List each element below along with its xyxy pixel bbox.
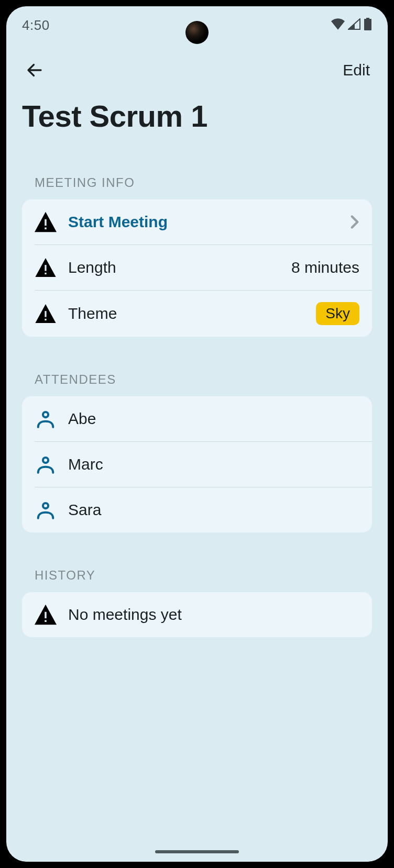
wifi-icon bbox=[331, 18, 345, 32]
meeting-info-card: Start Meeting Length 8 minutes bbox=[22, 199, 372, 337]
svg-rect-3 bbox=[45, 273, 46, 274]
svg-rect-10 bbox=[45, 620, 47, 622]
section-header-attendees: ATTENDEES bbox=[22, 362, 372, 396]
attendee-name: Abe bbox=[68, 410, 359, 428]
section-header-history: HISTORY bbox=[22, 558, 372, 592]
length-value: 8 minutes bbox=[291, 259, 359, 276]
start-meeting-label: Start Meeting bbox=[68, 213, 338, 231]
device-frame: 4:50 bbox=[0, 0, 394, 868]
theme-row: Theme Sky bbox=[35, 290, 372, 337]
warning-icon bbox=[35, 211, 57, 233]
length-label: Length bbox=[68, 259, 280, 276]
history-card: No meetings yet bbox=[22, 592, 372, 637]
arrow-left-icon bbox=[25, 61, 44, 80]
attendee-row: Marc bbox=[35, 441, 372, 487]
person-icon bbox=[35, 408, 57, 430]
attendee-name: Marc bbox=[68, 455, 359, 473]
home-indicator[interactable] bbox=[155, 850, 239, 853]
person-icon bbox=[35, 499, 57, 521]
warning-icon bbox=[35, 604, 57, 626]
length-row: Length 8 minutes bbox=[35, 244, 372, 290]
svg-rect-9 bbox=[45, 612, 47, 618]
svg-rect-1 bbox=[45, 228, 47, 230]
section-header-meeting-info: MEETING INFO bbox=[22, 165, 372, 199]
screen: 4:50 bbox=[6, 6, 388, 862]
history-empty-row: No meetings yet bbox=[22, 592, 372, 637]
start-meeting-row[interactable]: Start Meeting bbox=[22, 199, 372, 244]
theme-badge: Sky bbox=[316, 302, 359, 325]
svg-point-7 bbox=[43, 458, 48, 463]
svg-point-8 bbox=[43, 503, 48, 508]
attendee-row: Abe bbox=[22, 396, 372, 441]
warning-icon bbox=[35, 257, 57, 279]
edit-button[interactable]: Edit bbox=[341, 57, 372, 83]
svg-rect-5 bbox=[45, 319, 46, 320]
nav-bar: Edit bbox=[6, 44, 388, 96]
battery-icon bbox=[364, 18, 372, 32]
attendee-row: Sara bbox=[35, 487, 372, 532]
svg-rect-4 bbox=[45, 311, 46, 317]
status-time: 4:50 bbox=[22, 17, 50, 34]
svg-rect-0 bbox=[45, 219, 47, 226]
attendee-name: Sara bbox=[68, 501, 359, 519]
attendees-card: Abe Marc Sara bbox=[22, 396, 372, 532]
theme-label: Theme bbox=[68, 305, 304, 322]
person-icon bbox=[35, 453, 57, 475]
cell-signal-icon bbox=[348, 18, 360, 32]
back-button[interactable] bbox=[22, 58, 47, 83]
status-icons bbox=[331, 18, 372, 32]
chevron-right-icon bbox=[350, 215, 359, 229]
camera-hole bbox=[185, 21, 209, 44]
warning-icon bbox=[35, 303, 57, 325]
history-empty-label: No meetings yet bbox=[68, 606, 359, 624]
svg-rect-2 bbox=[45, 265, 46, 271]
content: MEETING INFO Start Meeting Length bbox=[6, 165, 388, 862]
svg-point-6 bbox=[43, 412, 48, 417]
page-title: Test Scrum 1 bbox=[6, 96, 388, 165]
